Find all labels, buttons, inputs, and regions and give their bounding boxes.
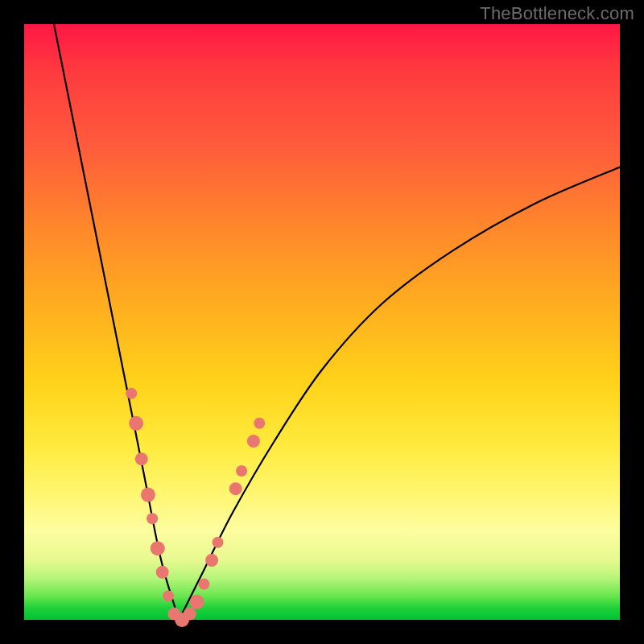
curve-svg: [24, 24, 620, 620]
data-marker: [151, 541, 165, 555]
watermark-text: TheBottleneck.com: [480, 3, 634, 24]
bottleneck-curve-left: [54, 24, 179, 620]
data-marker: [126, 388, 137, 399]
data-marker: [198, 579, 209, 590]
data-marker: [247, 435, 260, 448]
data-marker: [254, 418, 265, 429]
chart-frame: TheBottleneck.com: [0, 0, 644, 644]
marker-group: [126, 388, 265, 627]
data-marker: [213, 537, 224, 548]
data-marker: [129, 416, 143, 431]
data-marker: [184, 608, 196, 621]
data-marker: [236, 465, 247, 477]
plot-area: [24, 24, 620, 620]
data-marker: [190, 595, 204, 609]
data-marker: [163, 590, 174, 601]
bottleneck-curve-right: [179, 167, 620, 620]
data-marker: [135, 452, 148, 465]
data-marker: [147, 513, 158, 524]
data-marker: [229, 482, 242, 495]
data-marker: [205, 554, 218, 567]
data-marker: [141, 488, 155, 502]
data-marker: [156, 566, 169, 579]
